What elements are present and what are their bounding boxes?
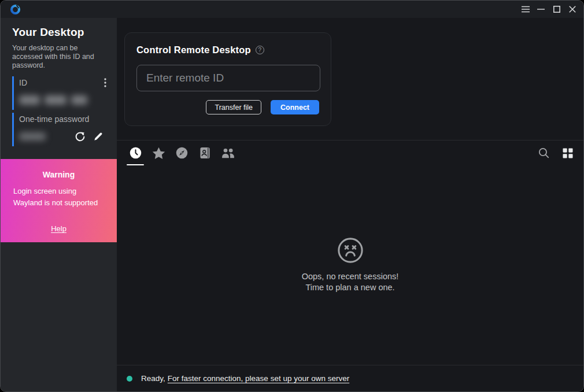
- refresh-password-icon[interactable]: [75, 131, 86, 142]
- main-panel: Control Remote Desktop ? Transfer file C…: [117, 18, 583, 391]
- sidebar: Your Desktop Your desktop can be accesse…: [1, 18, 117, 391]
- statusbar: Ready, For faster connection, please set…: [117, 365, 583, 391]
- sidebar-description: Your desktop can be accessed with this I…: [12, 44, 109, 69]
- transfer-file-button[interactable]: Transfer file: [206, 100, 261, 114]
- warning-banner: Warning Login screen using Wayland is no…: [1, 159, 117, 242]
- star-icon: [152, 147, 165, 160]
- tab-address-book[interactable]: [196, 145, 213, 162]
- id-label: ID: [19, 78, 27, 87]
- control-remote-desktop-card: Control Remote Desktop ? Transfer file C…: [124, 32, 331, 126]
- close-icon[interactable]: [564, 2, 580, 17]
- password-field: One-time password: [12, 113, 106, 146]
- id-field: ID: [12, 76, 106, 110]
- tab-discovered[interactable]: [173, 145, 190, 162]
- warning-message-line2: Wayland is not supported: [13, 197, 117, 209]
- password-value-redacted[interactable]: [19, 132, 46, 140]
- minimize-icon[interactable]: [533, 2, 549, 17]
- rustdesk-window: Your Desktop Your desktop can be accesse…: [0, 0, 584, 392]
- remote-id-input[interactable]: [136, 65, 320, 91]
- edit-password-icon[interactable]: [93, 131, 104, 142]
- grid-view-icon[interactable]: [559, 145, 576, 162]
- warning-message-line1: Login screen using: [13, 186, 117, 197]
- status-ready-text: Ready,: [141, 374, 165, 383]
- warning-title: Warning: [1, 170, 117, 179]
- redacted-blob: [45, 95, 66, 105]
- search-icon[interactable]: [535, 145, 552, 162]
- tab-recent-sessions[interactable]: [127, 145, 144, 162]
- maximize-icon[interactable]: [549, 2, 564, 17]
- app-logo-icon: [10, 4, 21, 15]
- redacted-blob: [19, 95, 40, 105]
- setup-server-link[interactable]: For faster connection, please set up you…: [168, 374, 349, 383]
- tab-favorites[interactable]: [150, 145, 167, 162]
- menu-icon[interactable]: [518, 2, 533, 17]
- connect-button[interactable]: Connect: [271, 100, 319, 114]
- sad-face-icon: [337, 237, 364, 264]
- empty-state-line2: Time to plan a new one.: [302, 282, 399, 293]
- card-title: Control Remote Desktop: [136, 45, 251, 56]
- recent-sessions-list: Oops, no recent sessions! Time to plan a…: [117, 165, 583, 365]
- group-icon: [221, 147, 235, 159]
- tab-group[interactable]: [219, 145, 236, 162]
- redacted-blob: [71, 95, 87, 105]
- status-dot: [127, 376, 132, 382]
- session-tabbar: [117, 140, 583, 165]
- kebab-menu-icon[interactable]: [104, 78, 106, 87]
- empty-state-line1: Oops, no recent sessions!: [302, 271, 399, 282]
- titlebar: [1, 1, 583, 18]
- help-icon[interactable]: ?: [256, 46, 264, 54]
- address-book-icon: [199, 147, 210, 159]
- warning-help-link[interactable]: Help: [51, 224, 66, 233]
- compass-icon: [176, 147, 188, 159]
- selected-tab-underline: [127, 164, 144, 166]
- sidebar-title: Your Desktop: [12, 26, 105, 39]
- id-value-redacted[interactable]: [19, 94, 106, 106]
- clock-icon: [130, 147, 142, 159]
- password-label: One-time password: [19, 114, 89, 124]
